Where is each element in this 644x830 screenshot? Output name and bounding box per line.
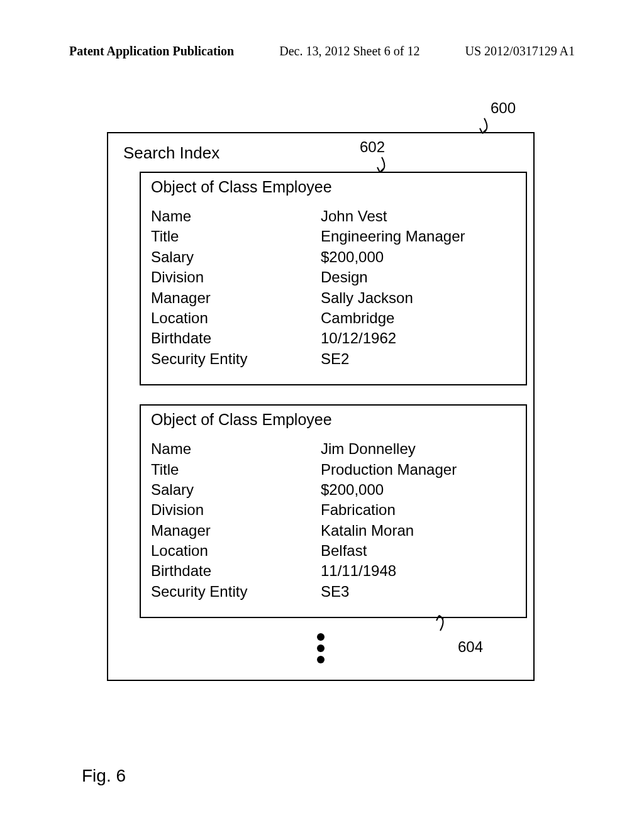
field-val: Katalin Moran	[321, 521, 516, 541]
table-row: Salary$200,000	[151, 247, 516, 267]
table-row: TitleProduction Manager	[151, 460, 516, 480]
field-val: Jim Donnelley	[321, 439, 516, 459]
field-val: $200,000	[321, 480, 516, 500]
field-val: SE3	[321, 582, 516, 602]
field-val: 10/12/1962	[321, 328, 516, 348]
employee-object-2: Object of Class Employee NameJim Donnell…	[140, 404, 527, 618]
lead-line-604-icon	[439, 614, 464, 633]
field-key: Name	[151, 439, 321, 459]
field-key: Security Entity	[151, 582, 321, 602]
header-left: Patent Application Publication	[69, 44, 234, 58]
page: Patent Application Publication Dec. 13, …	[0, 0, 644, 830]
table-row: Security EntitySE2	[151, 349, 516, 369]
field-key: Birthdate	[151, 328, 321, 348]
table-row: Birthdate10/12/1962	[151, 328, 516, 348]
field-key: Division	[151, 267, 321, 287]
field-key: Salary	[151, 247, 321, 267]
lead-line-602-icon	[379, 156, 404, 175]
diagram-area: 600 Search Index 602 Object of Class Emp…	[107, 113, 535, 681]
table-row: Birthdate11/11/1948	[151, 561, 516, 581]
table-row: ManagerSally Jackson	[151, 288, 516, 308]
table-row: ManagerKatalin Moran	[151, 521, 516, 541]
table-row: LocationCambridge	[151, 308, 516, 328]
field-key: Title	[151, 460, 321, 480]
table-row: TitleEngineering Manager	[151, 226, 516, 246]
field-val: SE2	[321, 349, 516, 369]
field-key: Manager	[151, 521, 321, 541]
header-right: US 2012/0317129 A1	[465, 44, 575, 58]
field-key: Location	[151, 541, 321, 561]
field-val: John Vest	[321, 206, 516, 226]
table-row: Salary$200,000	[151, 480, 516, 500]
search-index-title: Search Index	[123, 143, 521, 163]
ref-label-600: 600	[491, 99, 516, 117]
table-row: LocationBelfast	[151, 541, 516, 561]
field-val: Engineering Manager	[321, 226, 516, 246]
ref-label-602: 602	[360, 138, 385, 156]
figure-label: Fig. 6	[82, 766, 126, 786]
field-key: Manager	[151, 288, 321, 308]
ref-label-604: 604	[458, 638, 483, 656]
field-val: 11/11/1948	[321, 561, 516, 581]
field-val: Belfast	[321, 541, 516, 561]
field-val: Fabrication	[321, 500, 516, 520]
field-val: $200,000	[321, 247, 516, 267]
field-key: Security Entity	[151, 349, 321, 369]
field-key: Title	[151, 226, 321, 246]
field-val: Cambridge	[321, 308, 516, 328]
page-header: Patent Application Publication Dec. 13, …	[0, 44, 644, 58]
table-row: NameJim Donnelley	[151, 439, 516, 459]
header-center: Dec. 13, 2012 Sheet 6 of 12	[279, 44, 419, 58]
field-key: Birthdate	[151, 561, 321, 581]
table-row: DivisionFabrication	[151, 500, 516, 520]
table-row: Security EntitySE3	[151, 582, 516, 602]
field-key: Name	[151, 206, 321, 226]
field-key: Division	[151, 500, 321, 520]
field-val: Design	[321, 267, 516, 287]
search-index-box: Search Index 602 Object of Class Employe…	[107, 132, 535, 681]
field-val: Sally Jackson	[321, 288, 516, 308]
employee-1-class-title: Object of Class Employee	[151, 178, 516, 196]
field-key: Location	[151, 308, 321, 328]
employee-object-1: Object of Class Employee NameJohn Vest T…	[140, 172, 527, 385]
field-key: Salary	[151, 480, 321, 500]
employee-2-class-title: Object of Class Employee	[151, 411, 516, 429]
field-val: Production Manager	[321, 460, 516, 480]
table-row: DivisionDesign	[151, 267, 516, 287]
table-row: NameJohn Vest	[151, 206, 516, 226]
